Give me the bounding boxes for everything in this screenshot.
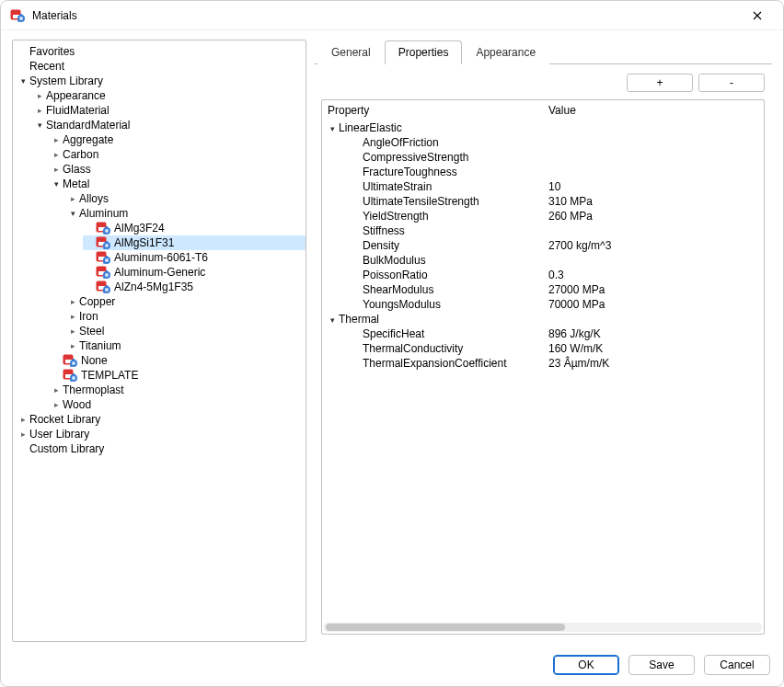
prop-value[interactable]: 70000 MPa <box>543 297 765 312</box>
prop-name[interactable]: ThermalExpansionCoefficient <box>322 356 543 371</box>
prop-name[interactable]: PoissonRatio <box>322 268 543 282</box>
tree-item-standardmaterial[interactable]: StandardMaterial <box>33 118 306 132</box>
prop-value[interactable]: 310 MPa <box>543 194 765 209</box>
tree-item-alloys[interactable]: Alloys <box>66 191 306 206</box>
prop-value[interactable]: 2700 kg/m^3 <box>543 238 765 253</box>
window-close-button[interactable] <box>739 3 776 29</box>
chevron-right-icon[interactable] <box>50 398 63 411</box>
chevron-right-icon[interactable] <box>17 428 29 441</box>
tree-item-almgsi1f31[interactable]: AlMgSi1F31 <box>83 235 306 250</box>
prop-value[interactable]: 10 <box>543 179 765 194</box>
prop-value[interactable]: 896 J/kg/K <box>543 326 765 341</box>
column-header-property[interactable]: Property <box>322 100 543 120</box>
tree-item-template[interactable]: TEMPLATE <box>50 368 306 383</box>
tab-properties[interactable]: Properties <box>385 40 463 64</box>
prop-name[interactable]: ShearModulus <box>322 282 543 297</box>
chevron-right-icon[interactable] <box>66 295 79 308</box>
prop-name[interactable]: Stiffness <box>322 223 543 238</box>
material-icon <box>96 221 110 235</box>
materials-tree[interactable]: Favorites Recent System Library Appearan… <box>12 40 306 642</box>
prop-value[interactable] <box>543 165 765 179</box>
chevron-right-icon[interactable] <box>33 104 46 117</box>
tree-item-titanium[interactable]: Titanium <box>66 338 306 353</box>
prop-name[interactable]: ThermalConductivity <box>322 341 543 356</box>
chevron-right-icon[interactable] <box>66 339 79 352</box>
chevron-right-icon[interactable] <box>50 148 63 161</box>
chevron-down-icon[interactable] <box>33 119 46 132</box>
prop-value[interactable]: 160 W/m/K <box>543 341 765 356</box>
chevron-down-icon[interactable] <box>326 122 339 135</box>
chevron-right-icon[interactable] <box>50 133 63 146</box>
tree-item-metal[interactable]: Metal <box>50 177 306 191</box>
tab-body-properties: + - Property Value LinearElastic AngleOf… <box>314 63 772 642</box>
chevron-right-icon[interactable] <box>66 310 79 323</box>
add-button[interactable]: + <box>627 74 693 92</box>
tree-item-favorites[interactable]: Favorites <box>17 44 306 59</box>
prop-value[interactable]: 0.3 <box>543 268 765 282</box>
chevron-right-icon[interactable] <box>50 163 63 176</box>
tree-item-iron[interactable]: Iron <box>66 309 306 324</box>
prop-group-thermal[interactable]: Thermal <box>322 312 543 326</box>
close-icon <box>753 11 762 20</box>
prop-name[interactable]: UltimateTensileStrength <box>322 194 543 209</box>
prop-name[interactable]: FractureToughness <box>322 165 543 179</box>
prop-value[interactable]: 260 MPa <box>543 209 765 223</box>
tree-item-rocket-library[interactable]: Rocket Library <box>17 412 306 427</box>
prop-name[interactable]: YieldStrength <box>322 209 543 223</box>
column-header-value[interactable]: Value <box>543 100 765 120</box>
tree-item-appearance[interactable]: Appearance <box>33 88 306 103</box>
ok-button[interactable]: OK <box>553 655 619 675</box>
tab-general[interactable]: General <box>317 40 385 64</box>
tree-item-recent[interactable]: Recent <box>17 59 306 74</box>
prop-name[interactable]: BulkModulus <box>322 253 543 268</box>
prop-name[interactable]: AngleOfFriction <box>322 135 543 150</box>
chevron-right-icon[interactable] <box>66 325 79 338</box>
tree-item-alzn4-5mg1f35[interactable]: AlZn4-5Mg1F35 <box>83 280 306 294</box>
prop-value[interactable] <box>543 223 765 238</box>
prop-value[interactable]: 27000 MPa <box>543 282 765 297</box>
prop-name[interactable]: UltimateStrain <box>322 179 543 194</box>
chevron-down-icon[interactable] <box>17 74 29 87</box>
tree-item-system-library[interactable]: System Library <box>17 74 306 88</box>
tree-item-fluidmaterial[interactable]: FluidMaterial <box>33 103 306 118</box>
prop-value[interactable]: 23 Âµm/m/K <box>543 356 765 371</box>
chevron-down-icon[interactable] <box>50 177 63 190</box>
tree-item-aggregate[interactable]: Aggregate <box>50 132 306 147</box>
prop-group-linearelastic[interactable]: LinearElastic <box>322 120 543 135</box>
horizontal-scrollbar[interactable] <box>324 623 762 632</box>
tab-appearance[interactable]: Appearance <box>462 40 549 64</box>
prop-name[interactable]: SpecificHeat <box>322 326 543 341</box>
tree-item-user-library[interactable]: User Library <box>17 427 306 441</box>
tree-item-aluminum[interactable]: Aluminum <box>66 206 306 221</box>
cancel-button[interactable]: Cancel <box>704 655 770 675</box>
save-button[interactable]: Save <box>628 655 695 675</box>
chevron-right-icon[interactable] <box>50 384 63 396</box>
chevron-right-icon[interactable] <box>33 89 46 102</box>
chevron-right-icon[interactable] <box>66 192 79 205</box>
prop-value[interactable] <box>543 150 765 165</box>
tree-item-custom-library[interactable]: Custom Library <box>17 441 306 456</box>
remove-button[interactable]: - <box>698 74 765 92</box>
tree-item-wood[interactable]: Wood <box>50 397 306 412</box>
tree-item-aluminum-6061-t6[interactable]: Aluminum-6061-T6 <box>83 250 306 265</box>
chevron-right-icon[interactable] <box>17 413 29 426</box>
prop-value[interactable] <box>543 135 765 150</box>
tree-item-thermoplast[interactable]: Thermoplast <box>50 383 306 397</box>
prop-name[interactable]: YoungsModulus <box>322 297 543 312</box>
titlebar: Materials <box>1 1 783 30</box>
tree-item-almg3f24[interactable]: AlMg3F24 <box>83 221 306 235</box>
tree-item-copper[interactable]: Copper <box>66 294 306 309</box>
chevron-down-icon[interactable] <box>66 207 79 220</box>
tree-item-steel[interactable]: Steel <box>66 324 306 338</box>
prop-value[interactable] <box>543 253 765 268</box>
properties-table[interactable]: Property Value LinearElastic AngleOfFric… <box>321 99 765 635</box>
prop-name[interactable]: CompressiveStrength <box>322 150 543 165</box>
tab-bar: General Properties Appearance <box>314 40 772 63</box>
chevron-down-icon[interactable] <box>326 314 339 326</box>
tree-item-glass[interactable]: Glass <box>50 162 306 177</box>
right-panel: General Properties Appearance + - Proper… <box>314 40 772 642</box>
prop-name[interactable]: Density <box>322 238 543 253</box>
tree-item-carbon[interactable]: Carbon <box>50 147 306 162</box>
tree-item-none[interactable]: None <box>50 353 306 368</box>
tree-item-aluminum-generic[interactable]: Aluminum-Generic <box>83 265 306 280</box>
